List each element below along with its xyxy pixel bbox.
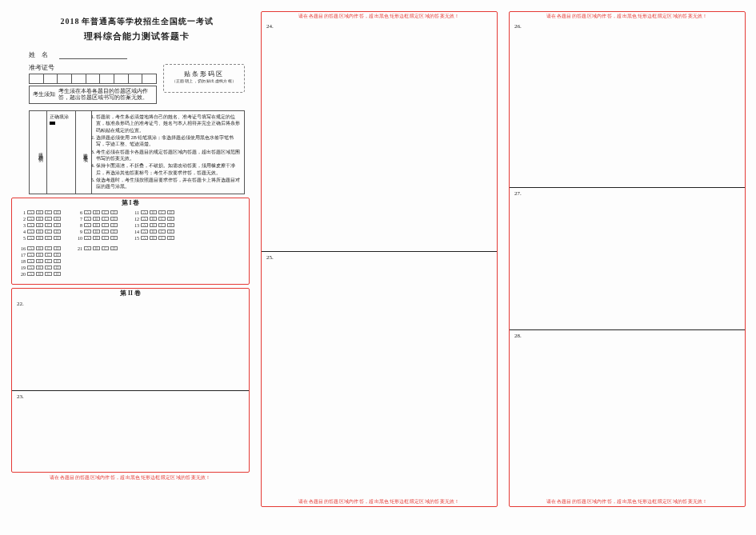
bubble-row[interactable]: 13ABCD [132, 223, 174, 228]
bubble-row[interactable]: 21ABCD [75, 246, 118, 251]
bubble-option[interactable]: B [36, 236, 43, 240]
bubble-option[interactable]: A [84, 217, 91, 221]
bubble-option[interactable]: A [27, 210, 34, 214]
bubble-option[interactable]: C [158, 223, 166, 227]
bubble-option[interactable]: D [167, 223, 174, 227]
bubble-option[interactable]: C [102, 236, 109, 240]
answer-area-22[interactable]: 22. [12, 298, 249, 391]
bubble-option[interactable]: A [84, 210, 91, 214]
bubble-option[interactable]: B [36, 272, 43, 276]
bubble-option[interactable]: C [102, 230, 109, 234]
bubble-option[interactable]: C [45, 230, 52, 234]
bubble-row[interactable]: 15ABCD [132, 236, 174, 241]
bubble-option[interactable]: D [167, 230, 174, 234]
bubble-option[interactable]: C [102, 217, 109, 221]
exam-id-grid[interactable] [29, 74, 157, 84]
barcode-zone[interactable]: 贴条形码区 （正面朝上，切勿贴出虚线方框） [163, 64, 245, 93]
bubble-row[interactable]: 7ABCD [75, 217, 118, 222]
answer-area-27[interactable]: 27. [510, 187, 745, 329]
bubble-row[interactable]: 2ABCD [18, 217, 61, 222]
bubble-option[interactable]: C [102, 210, 109, 214]
bubble-option[interactable]: B [150, 223, 157, 227]
bubble-row[interactable]: 14ABCD [132, 230, 174, 234]
bubble-option[interactable]: C [158, 217, 166, 221]
bubble-option[interactable]: A [141, 230, 148, 234]
bubble-option[interactable]: A [84, 246, 91, 250]
bubble-option[interactable]: D [167, 210, 174, 214]
bubble-option[interactable]: B [93, 246, 100, 250]
bubble-option[interactable]: A [27, 217, 34, 221]
answer-area-24[interactable]: 24. [262, 21, 497, 251]
bubble-option[interactable]: A [27, 230, 34, 234]
bubble-option[interactable]: C [102, 223, 109, 227]
bubble-option[interactable]: A [27, 236, 34, 240]
bubble-option[interactable]: D [54, 210, 61, 214]
bubble-option[interactable]: C [158, 230, 166, 234]
bubble-option[interactable]: A [141, 223, 148, 227]
bubble-area[interactable]: 1ABCD2ABCD3ABCD4ABCD5ABCD6ABCD7ABCD8ABCD… [12, 208, 249, 284]
bubble-option[interactable]: B [36, 266, 43, 269]
bubble-row[interactable]: 11ABCD [132, 210, 174, 215]
bubble-row[interactable]: 3ABCD [18, 223, 61, 228]
bubble-option[interactable]: A [27, 259, 34, 263]
bubble-option[interactable]: A [141, 236, 148, 240]
bubble-option[interactable]: C [45, 217, 52, 221]
bubble-option[interactable]: B [150, 210, 157, 214]
bubble-option[interactable]: A [84, 236, 91, 240]
bubble-row[interactable]: 4ABCD [18, 230, 61, 234]
answer-area-26[interactable]: 26. [510, 21, 745, 187]
bubble-option[interactable]: A [141, 210, 148, 214]
bubble-option[interactable]: B [36, 253, 43, 257]
bubble-option[interactable]: B [36, 223, 43, 227]
bubble-option[interactable]: D [54, 230, 61, 234]
bubble-row[interactable]: 10ABCD [75, 236, 118, 241]
bubble-option[interactable]: A [84, 223, 91, 227]
bubble-option[interactable]: D [54, 223, 61, 227]
bubble-option[interactable]: B [150, 217, 157, 221]
bubble-option[interactable]: C [158, 236, 166, 240]
bubble-option[interactable]: C [102, 246, 109, 250]
bubble-option[interactable]: D [54, 253, 61, 257]
answer-area-28[interactable]: 28. [510, 329, 745, 497]
bubble-option[interactable]: A [27, 253, 34, 257]
bubble-option[interactable]: D [110, 223, 118, 227]
bubble-option[interactable]: D [110, 210, 118, 214]
bubble-option[interactable]: B [36, 259, 43, 263]
bubble-option[interactable]: A [84, 230, 91, 234]
bubble-option[interactable]: B [150, 230, 157, 234]
bubble-row[interactable]: 16ABCD [18, 246, 61, 251]
bubble-option[interactable]: A [27, 223, 34, 227]
bubble-row[interactable]: 18ABCD [18, 259, 61, 264]
bubble-option[interactable]: B [36, 217, 43, 221]
bubble-option[interactable]: C [45, 253, 52, 257]
bubble-option[interactable]: D [167, 217, 174, 221]
bubble-option[interactable]: C [45, 272, 52, 276]
bubble-option[interactable]: D [54, 259, 61, 263]
bubble-option[interactable]: A [27, 246, 34, 250]
bubble-option[interactable]: C [45, 246, 52, 250]
bubble-option[interactable]: C [45, 259, 52, 263]
bubble-option[interactable]: D [110, 230, 118, 234]
bubble-row[interactable]: 9ABCD [75, 230, 118, 234]
bubble-option[interactable]: A [27, 266, 34, 269]
bubble-option[interactable]: B [93, 223, 100, 227]
bubble-option[interactable]: D [167, 236, 174, 240]
bubble-option[interactable]: B [93, 217, 100, 221]
bubble-option[interactable]: D [54, 236, 61, 240]
answer-area-25[interactable]: 25. [262, 251, 497, 497]
answer-area-23[interactable]: 23. [12, 390, 249, 471]
bubble-option[interactable]: D [54, 272, 61, 276]
bubble-row[interactable]: 5ABCD [18, 236, 61, 241]
bubble-option[interactable]: B [150, 236, 157, 240]
bubble-row[interactable]: 19ABCD [18, 266, 61, 270]
bubble-option[interactable]: D [110, 246, 118, 250]
name-input-line[interactable] [59, 51, 127, 59]
bubble-option[interactable]: B [36, 230, 43, 234]
bubble-option[interactable]: B [93, 230, 100, 234]
bubble-option[interactable]: D [110, 217, 118, 221]
bubble-option[interactable]: C [158, 210, 166, 214]
bubble-option[interactable]: D [54, 217, 61, 221]
bubble-row[interactable]: 12ABCD [132, 217, 174, 222]
bubble-option[interactable]: C [45, 266, 52, 269]
bubble-row[interactable]: 20ABCD [18, 272, 61, 277]
